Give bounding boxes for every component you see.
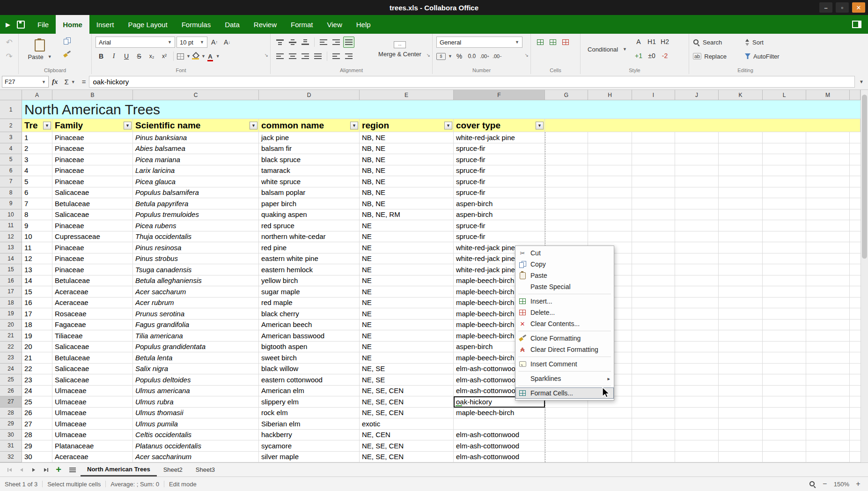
cell-J15[interactable]	[675, 264, 719, 275]
cell-A18[interactable]: 16	[22, 298, 52, 309]
cell-G30[interactable]	[545, 430, 588, 441]
cell-K20[interactable]	[719, 320, 763, 331]
cell-C10[interactable]: Populus tremuloides	[133, 209, 259, 221]
cell-E16[interactable]: NE	[360, 275, 454, 287]
cell-F29[interactable]	[454, 418, 545, 430]
cell-M22[interactable]	[806, 342, 850, 353]
cell-J29[interactable]	[675, 418, 719, 430]
cell-G28[interactable]	[545, 408, 588, 419]
cell-C13[interactable]: Pinus resinosa	[133, 242, 259, 253]
cell-H30[interactable]	[588, 430, 632, 441]
percent-format-button[interactable]: %	[454, 51, 465, 62]
cell-H11[interactable]	[588, 220, 632, 231]
cell-A11[interactable]: 9	[22, 220, 52, 231]
zoom-out-button[interactable]: −	[822, 480, 828, 488]
column-header-E[interactable]: E	[360, 90, 454, 100]
context-item-delete[interactable]: Delete...	[515, 307, 614, 318]
cell-M23[interactable]	[806, 352, 850, 364]
cell-I30[interactable]	[632, 430, 675, 441]
wrap-text-button[interactable]	[343, 37, 354, 48]
cell-M5[interactable]	[806, 154, 850, 165]
cell-A31[interactable]: 29	[22, 440, 52, 452]
cell-K25[interactable]	[719, 374, 763, 386]
cell-I3[interactable]	[632, 132, 675, 143]
cell-C7[interactable]: Picea glauca	[133, 176, 259, 187]
cell-B28[interactable]: Ulmaceae	[52, 408, 133, 419]
cell-J22[interactable]	[675, 342, 719, 353]
cell-D2[interactable]: common name▼	[259, 119, 360, 132]
cell-E12[interactable]: NE	[360, 231, 454, 243]
cell-C16[interactable]: Betula alleghaniensis	[133, 275, 259, 287]
cell-J11[interactable]	[675, 220, 719, 231]
cell-J26[interactable]	[675, 386, 719, 397]
cell-D11[interactable]: red spruce	[259, 220, 360, 231]
cell-B8[interactable]: Salicaceae	[52, 187, 133, 199]
cell-C25[interactable]: Populus deltoides	[133, 374, 259, 386]
cell-A17[interactable]: 15	[22, 286, 52, 298]
cell-B25[interactable]: Salicaceae	[52, 374, 133, 386]
cell-F30[interactable]: elm-ash-cottonwood	[454, 430, 545, 441]
cell-L14[interactable]	[763, 253, 806, 265]
cell-E20[interactable]: NE	[360, 320, 454, 331]
cell-E15[interactable]: NE	[360, 264, 454, 275]
row-header-3[interactable]: 3	[0, 132, 22, 143]
cell-B31[interactable]: Platanaceae	[52, 440, 133, 452]
cell-A2[interactable]: Tre▼	[22, 119, 52, 132]
row-header-8[interactable]: 8	[0, 187, 22, 199]
cell-I6[interactable]	[632, 165, 675, 177]
cell-E2[interactable]: region▼	[360, 119, 454, 132]
right-to-left-button[interactable]	[343, 51, 354, 62]
cell-L7[interactable]	[763, 176, 806, 187]
cell-C22[interactable]: Populus grandidentata	[133, 342, 259, 353]
cell-M14[interactable]	[806, 253, 850, 265]
row-header-7[interactable]: 7	[0, 176, 22, 187]
cell-B13[interactable]: Pinaceae	[52, 242, 133, 253]
cell-D5[interactable]: black spruce	[259, 154, 360, 165]
italic-button[interactable]: I	[108, 51, 119, 62]
cell-I7[interactable]	[632, 176, 675, 187]
default-style-button[interactable]: A	[633, 36, 644, 47]
cell-K3[interactable]	[719, 132, 763, 143]
cell-E5[interactable]: NB, NE	[360, 154, 454, 165]
menu-item-review[interactable]: Review	[247, 15, 284, 34]
cell-L23[interactable]	[763, 352, 806, 364]
cell-H3[interactable]	[588, 132, 632, 143]
column-header-C[interactable]: C	[133, 90, 259, 100]
cell-J24[interactable]	[675, 364, 719, 375]
row-header-32[interactable]: 32	[0, 452, 22, 463]
cell-I29[interactable]	[632, 418, 675, 430]
cell-L17[interactable]	[763, 286, 806, 298]
cell-G31[interactable]	[545, 440, 588, 452]
center-vertically-button[interactable]	[287, 37, 298, 48]
context-item-clear-contents[interactable]: ✕Clear Contents...	[515, 318, 614, 329]
cell-J28[interactable]	[675, 408, 719, 419]
cell-L15[interactable]	[763, 264, 806, 275]
cell-J6[interactable]	[675, 165, 719, 177]
cell-A26[interactable]: 24	[22, 386, 52, 397]
cell-H29[interactable]	[588, 418, 632, 430]
cell-K17[interactable]	[719, 286, 763, 298]
context-item-insert-comment[interactable]: Insert Comment	[515, 358, 614, 370]
cell-I21[interactable]	[632, 330, 675, 342]
context-item-insert[interactable]: Insert...	[515, 296, 614, 307]
cell-C12[interactable]: Thuja occidentalis	[133, 231, 259, 243]
cell-F4[interactable]: spruce-fir	[454, 143, 545, 155]
sidebar-toggle-icon[interactable]	[852, 21, 861, 28]
selection-mode-indicator[interactable]: Select multiple cells	[43, 481, 105, 488]
cell-K31[interactable]	[719, 440, 763, 452]
cell-M27[interactable]	[806, 396, 850, 408]
justify-button[interactable]	[312, 51, 324, 62]
cell-K11[interactable]	[719, 220, 763, 231]
cell-E11[interactable]: NE	[360, 220, 454, 231]
number-dialog-launcher[interactable]: ↘	[525, 52, 529, 58]
heading1-style-button[interactable]: H1	[646, 36, 657, 47]
cell-G6[interactable]	[545, 165, 588, 177]
context-item-format-cells[interactable]: Format Cells...	[515, 387, 614, 399]
cell-D30[interactable]: hackberry	[259, 430, 360, 441]
cell-L29[interactable]	[763, 418, 806, 430]
cell-B22[interactable]: Salicaceae	[52, 342, 133, 353]
cell-I20[interactable]	[632, 320, 675, 331]
cell-A16[interactable]: 14	[22, 275, 52, 287]
cell-A12[interactable]: 10	[22, 231, 52, 243]
cell-F3[interactable]: white-red-jack pine	[454, 132, 545, 143]
